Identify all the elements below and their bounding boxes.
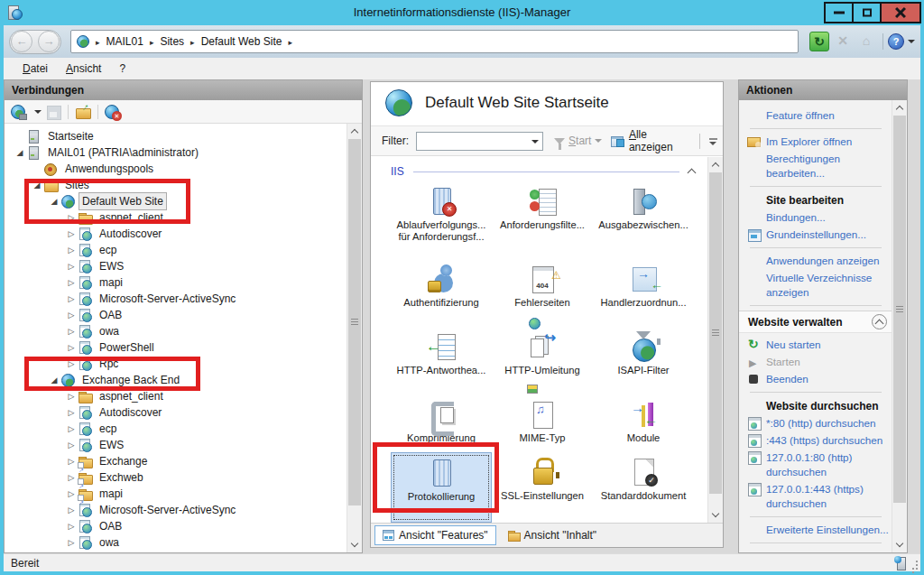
chevron-up-icon[interactable] <box>688 169 697 178</box>
create-connection-button[interactable] <box>10 103 28 121</box>
tree-toggle-icon[interactable]: ▷ <box>65 339 78 356</box>
tree-item-ews[interactable]: ▷EWS <box>5 258 346 274</box>
tree-item-ecp[interactable]: ▷ecp <box>5 421 346 437</box>
tree-toggle-icon[interactable]: ▷ <box>65 323 78 339</box>
feature-http-antworthea[interactable]: HTTP-Antworthea... <box>391 327 492 394</box>
tree-item-startseite[interactable]: ▷Startseite <box>5 128 346 144</box>
action-443-https-durchsuchen[interactable]: :443 (https) durchsuchen <box>739 432 892 449</box>
filter-input[interactable] <box>416 132 543 151</box>
tree-toggle-icon[interactable]: ▷ <box>65 437 78 453</box>
show-all-button[interactable]: Alle anzeigen <box>629 128 692 153</box>
feature-module[interactable]: Module <box>593 394 694 452</box>
tree-toggle-icon[interactable]: ▷ <box>65 274 78 291</box>
tree-toggle-icon[interactable]: ▷ <box>65 291 78 307</box>
tree-item-oab[interactable]: ▷OAB <box>5 518 346 534</box>
features-scrollbar[interactable] <box>707 157 723 523</box>
tree-item-exchange[interactable]: ▷Exchange <box>5 453 346 469</box>
tree-toggle-icon[interactable]: ▷ <box>65 453 78 469</box>
collapse-website-verwalten-button[interactable] <box>872 314 887 329</box>
feature-anforderungsfilte[interactable]: Anforderungsfilte... <box>492 181 593 259</box>
tab-content-view[interactable]: Ansicht "Inhalt" <box>500 525 605 545</box>
feature-http-umleitung[interactable]: HTTP-Umleitung <box>492 327 593 394</box>
help-button[interactable]: ? <box>888 33 915 50</box>
tree-item-owa[interactable]: ▷owa <box>5 534 346 551</box>
address-bar[interactable]: MAIL01SitesDefault Web Site <box>70 30 799 53</box>
action-anwendungen-anzeigen[interactable]: Anwendungen anzeigen <box>739 253 892 269</box>
action-beenden[interactable]: Beenden <box>739 371 892 387</box>
action-erweiterte-einstellungen[interactable]: Erweiterte Einstellungen... <box>739 522 892 538</box>
tree-item-powershell[interactable]: ▷PowerShell <box>5 551 346 552</box>
tree-item-ews[interactable]: ▷EWS <box>5 437 346 453</box>
action-bindungen[interactable]: Bindungen... <box>739 209 892 226</box>
close-button[interactable] <box>880 2 921 23</box>
tree-toggle-icon[interactable]: ▷ <box>65 421 78 437</box>
resize-grip[interactable] <box>909 561 918 570</box>
tree-item-owa[interactable]: ▷owa <box>5 323 346 339</box>
tree-item-mapi[interactable]: ▷mapi <box>5 274 346 291</box>
tree-toggle-icon[interactable]: ▷ <box>65 551 78 552</box>
action-grundeinstellungen[interactable]: Grundeinstellungen... <box>739 227 892 243</box>
tree-item-anwendungspools[interactable]: ▷Anwendungspools <box>5 161 346 177</box>
tree-toggle-icon[interactable]: ▷ <box>65 307 78 323</box>
iis-group-header[interactable]: IIS <box>391 164 695 179</box>
tree-item-mapi[interactable]: ▷mapi <box>5 486 346 502</box>
feature-handlerzuordnun[interactable]: Handlerzuordnun... <box>593 259 694 327</box>
tree-toggle-icon[interactable]: ▷ <box>65 534 78 551</box>
back-button[interactable]: ← <box>11 31 32 52</box>
group-by-button[interactable] <box>707 136 719 145</box>
scrollbar-thumb[interactable] <box>893 116 906 503</box>
feature-isapi-filter[interactable]: ISAPI-Filter <box>593 327 694 394</box>
tree-item-oab[interactable]: ▷OAB <box>5 307 346 323</box>
scroll-down-arrow[interactable] <box>347 537 362 552</box>
feature-authentifizierung[interactable]: Authentifizierung <box>391 259 492 327</box>
tree-item-autodiscover[interactable]: ▷Autodiscover <box>5 226 346 242</box>
action-neu-starten[interactable]: Neu starten <box>739 337 892 353</box>
breadcrumb-item-sites[interactable]: Sites <box>160 35 184 48</box>
tree-toggle-icon[interactable]: ◢ <box>14 144 26 161</box>
tree-toggle-icon[interactable]: ▷ <box>65 258 78 274</box>
scroll-up-arrow[interactable] <box>347 124 362 139</box>
feature-ausgabezwischen[interactable]: Ausgabezwischen... <box>593 181 694 259</box>
menu-item-datei[interactable]: Datei <box>14 60 56 78</box>
minimize-button[interactable] <box>824 2 854 23</box>
menu-item-[interactable]: ? <box>111 60 134 78</box>
tree-scrollbar[interactable] <box>346 124 362 552</box>
action-feature-ffnen[interactable]: Feature öffnen <box>739 107 892 124</box>
scroll-up-arrow[interactable] <box>708 157 723 172</box>
remove-connection-button[interactable] <box>104 103 122 121</box>
action-virtuelle-verzeichnisse-anzeigen[interactable]: Virtuelle Verzeichnisse anzeigen <box>739 270 892 301</box>
scroll-down-arrow[interactable] <box>892 537 907 552</box>
tree-toggle-icon[interactable]: ▷ <box>65 486 78 502</box>
tree-toggle-icon[interactable]: ▷ <box>65 502 78 518</box>
refresh-button[interactable]: ↻ <box>809 32 829 51</box>
tree-toggle-icon[interactable]: ▷ <box>65 226 78 242</box>
feature-fehlerseiten[interactable]: Fehlerseiten <box>492 259 593 327</box>
tree-item-mail01-patria-administrator[interactable]: ◢MAIL01 (PATRIA\administrator) <box>5 144 346 161</box>
feature-standarddokument[interactable]: Standarddokument <box>593 452 694 523</box>
scrollbar-thumb[interactable] <box>348 139 361 505</box>
feature-ablaufverfolgungs-f-r-anforderungsf[interactable]: Ablaufverfolgungs... für Anforderungsf..… <box>391 181 492 259</box>
chevron-down-icon[interactable] <box>34 110 42 114</box>
tree-item-ecp[interactable]: ▷ecp <box>5 242 346 258</box>
chevron-down-icon[interactable] <box>531 140 539 144</box>
breadcrumb-item-default-web-site[interactable]: Default Web Site <box>201 35 282 48</box>
tree-item-autodiscover[interactable]: ▷Autodiscover <box>5 404 346 421</box>
scroll-up-arrow[interactable] <box>892 100 907 116</box>
action-127-0-0-1-443-https-durchsuchen[interactable]: 127.0.0.1:443 (https) durchsuchen <box>739 481 892 512</box>
action-berechtigungen-bearbeiten[interactable]: Berechtigungen bearbeiten... <box>739 151 892 181</box>
actions-scrollbar[interactable] <box>892 100 907 552</box>
tree-toggle-icon[interactable]: ▷ <box>65 242 78 258</box>
action-im-explorer-ffnen[interactable]: Im Explorer öffnen <box>739 134 892 150</box>
feature-mime-typ[interactable]: MIME-Typ <box>492 394 593 452</box>
feature-ssl-einstellungen[interactable]: SSL-Einstellungen <box>492 452 593 523</box>
scrollbar-thumb[interactable] <box>709 172 722 494</box>
tree-item-powershell[interactable]: ▷PowerShell <box>5 339 346 356</box>
tab-features-view[interactable]: Ansicht "Features" <box>374 525 496 545</box>
scroll-down-arrow[interactable] <box>708 507 723 523</box>
tree-toggle-icon[interactable]: ▷ <box>65 469 78 486</box>
menu-item-ansicht[interactable]: Ansicht <box>58 60 109 78</box>
action-127-0-0-1-80-http-durchsuchen[interactable]: 127.0.0.1:80 (http) durchsuchen <box>739 450 892 480</box>
tree-toggle-icon[interactable]: ▷ <box>65 518 78 534</box>
tree-item-microsoft-server-activesync[interactable]: ▷Microsoft-Server-ActiveSync <box>5 291 346 307</box>
tree-item-microsoft-server-activesync[interactable]: ▷Microsoft-Server-ActiveSync <box>5 502 346 518</box>
